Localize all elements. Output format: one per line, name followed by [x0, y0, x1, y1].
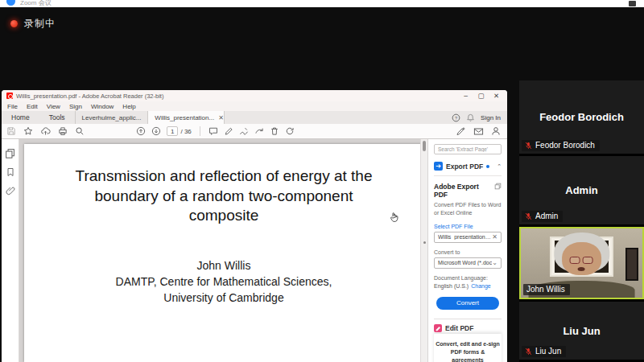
zoom-logo-icon	[6, 0, 15, 6]
help-icon[interactable]: ?	[452, 113, 460, 122]
tab-willis-doc[interactable]: Willis_presentation... ✕	[147, 111, 225, 124]
recording-label: 录制中	[24, 17, 56, 31]
participant-tile-admin[interactable]: Admin Admin	[519, 156, 644, 224]
page-thumbnails-icon[interactable]	[5, 148, 15, 158]
fill-sign-icon[interactable]	[456, 126, 466, 136]
acrobat-pro-promo: Convert, edit and e-sign PDF forms & agr…	[434, 334, 502, 362]
convert-to-label: Convert to	[434, 249, 502, 255]
acrobat-toolbar: 1 / 36	[2, 124, 507, 139]
document-language-label: Document Language:	[434, 275, 502, 281]
participant-label: Feodor Borodich	[522, 140, 600, 151]
tools-search-input[interactable]	[434, 144, 502, 154]
save-icon[interactable]	[6, 126, 16, 136]
format-value: Microsoft Word (*.docx)	[438, 260, 492, 265]
page-up-icon[interactable]	[136, 126, 146, 136]
acrobat-app-icon	[6, 93, 13, 99]
acrobat-window-title: Willis_presentation.pdf - Adobe Acrobat …	[16, 93, 163, 100]
bookmarks-icon[interactable]	[6, 167, 15, 177]
participant-tile-liu-jun[interactable]: Liu Jun Liu Jun	[519, 302, 644, 360]
find-icon[interactable]	[75, 126, 85, 136]
edit-pdf-tool-row[interactable]: Edit PDF	[434, 324, 502, 332]
page-indicator: 1 / 36	[167, 126, 192, 136]
menu-view[interactable]: View	[47, 103, 60, 110]
selected-file-box[interactable]: Willis_presentation.pdf ✕	[434, 232, 502, 243]
minimize-button[interactable]: –	[458, 90, 473, 101]
zoom-window-control-icon[interactable]	[629, 1, 636, 6]
participant-label: Liu Jun	[522, 346, 566, 357]
email-icon[interactable]	[473, 127, 484, 136]
print-icon[interactable]	[58, 126, 68, 136]
scrollbar-thumb[interactable]	[423, 141, 426, 151]
attachments-icon[interactable]	[6, 186, 15, 195]
convert-button[interactable]: Convert	[436, 297, 499, 310]
selected-file-name: Willis_presentation.pdf	[438, 234, 492, 240]
export-pdf-panel: ➔ Export PDF ⌃ Adobe Export PDF Convert …	[427, 139, 507, 362]
vertical-scrollbar[interactable]	[420, 139, 427, 362]
page-total: / 36	[180, 128, 191, 135]
language-value: English (U.S.)	[434, 283, 469, 289]
recording-indicator: 录制中	[10, 17, 56, 31]
collapse-chevron-icon[interactable]: ⌃	[497, 163, 502, 170]
muted-mic-icon	[525, 348, 532, 356]
slide-title: Transmission and reflection of energy at…	[24, 167, 423, 226]
refresh-icon[interactable]	[285, 126, 295, 136]
menu-edit[interactable]: Edit	[27, 103, 38, 110]
comment-icon[interactable]	[208, 126, 218, 136]
participant-tile-feodor[interactable]: Feodor Borodich Feodor Borodich	[519, 80, 644, 154]
change-language-link[interactable]: Change	[471, 283, 491, 289]
hand-cursor-icon	[389, 212, 399, 223]
participants-sidebar: Feodor Borodich Feodor Borodich Admin Ad…	[519, 80, 644, 362]
page-number-input[interactable]: 1	[167, 126, 178, 136]
sign-in-button[interactable]: Sign In	[481, 114, 501, 121]
export-description: Convert PDF Files to Word or Excel Onlin…	[434, 201, 502, 217]
page-down-icon[interactable]	[151, 126, 161, 136]
edit-pdf-label: Edit PDF	[445, 324, 473, 332]
export-pdf-tool-row[interactable]: ➔ Export PDF ⌃	[434, 162, 502, 176]
edit-pdf-icon	[434, 324, 442, 332]
muted-mic-icon	[525, 142, 532, 150]
muted-mic-icon	[525, 212, 532, 220]
clear-file-icon[interactable]: ✕	[492, 233, 497, 241]
acrobat-left-rail	[2, 139, 19, 362]
account-icon[interactable]	[491, 126, 501, 136]
menu-help[interactable]: Help	[122, 103, 135, 110]
delete-icon[interactable]	[270, 126, 279, 136]
acrobat-menubar: File Edit View Sign Window Help	[2, 101, 507, 111]
notification-dot	[486, 165, 489, 168]
notification-bell-icon[interactable]	[466, 113, 475, 122]
format-chevron-icon: ⌄	[492, 259, 497, 266]
detach-panel-icon[interactable]	[494, 183, 502, 190]
sign-pen-icon[interactable]	[239, 126, 249, 136]
send-track-icon[interactable]	[254, 126, 264, 136]
menu-file[interactable]: File	[7, 103, 18, 110]
cloud-upload-icon[interactable]	[40, 126, 51, 136]
acrobat-titlebar: Willis_presentation.pdf - Adobe Acrobat …	[2, 90, 507, 101]
close-button[interactable]: ✕	[489, 90, 504, 101]
acrobat-window: Willis_presentation.pdf - Adobe Acrobat …	[2, 90, 507, 362]
export-pdf-label: Export PDF	[446, 162, 483, 171]
acrobat-tabbar: Home Tools Leverhulme_applic... Willis_p…	[2, 111, 507, 124]
pdf-page[interactable]: Transmission and reflection of energy at…	[24, 144, 423, 362]
recording-dot-icon	[10, 20, 18, 27]
participant-label: John Willis	[523, 284, 570, 295]
zoom-window-topbar: Zoom 会议	[0, 0, 644, 7]
select-pdf-file-link[interactable]: Select PDF File	[434, 224, 502, 229]
tab-home[interactable]: Home	[2, 111, 39, 124]
tab-tools[interactable]: Tools	[39, 111, 75, 124]
menu-sign[interactable]: Sign	[69, 103, 82, 110]
slide-authors: John Willis DAMTP, Centre for Mathematic…	[24, 258, 423, 306]
pdf-viewport[interactable]: Transmission and reflection of energy at…	[19, 139, 427, 362]
participant-tile-john-willis[interactable]: John Willis	[519, 227, 644, 299]
tab-close-icon[interactable]: ✕	[218, 114, 224, 121]
star-icon[interactable]	[23, 126, 33, 136]
maximize-button[interactable]: ▢	[473, 90, 489, 101]
tab-leverhulme-doc[interactable]: Leverhulme_applic...	[75, 111, 148, 124]
highlight-pen-icon[interactable]	[224, 126, 233, 136]
adobe-export-pdf-heading: Adobe Export PDF	[434, 183, 494, 199]
participant-label: Admin	[522, 211, 563, 222]
menu-window[interactable]: Window	[91, 103, 114, 110]
svg-text:?: ?	[455, 115, 457, 120]
promo-text: Convert, edit and e-sign PDF forms & agr…	[434, 340, 502, 362]
format-select[interactable]: Microsoft Word (*.docx) ⌄	[434, 257, 502, 269]
zoom-meeting-screen: Zoom 会议 录制中 Willis_presentation.pdf - Ad…	[0, 0, 644, 362]
